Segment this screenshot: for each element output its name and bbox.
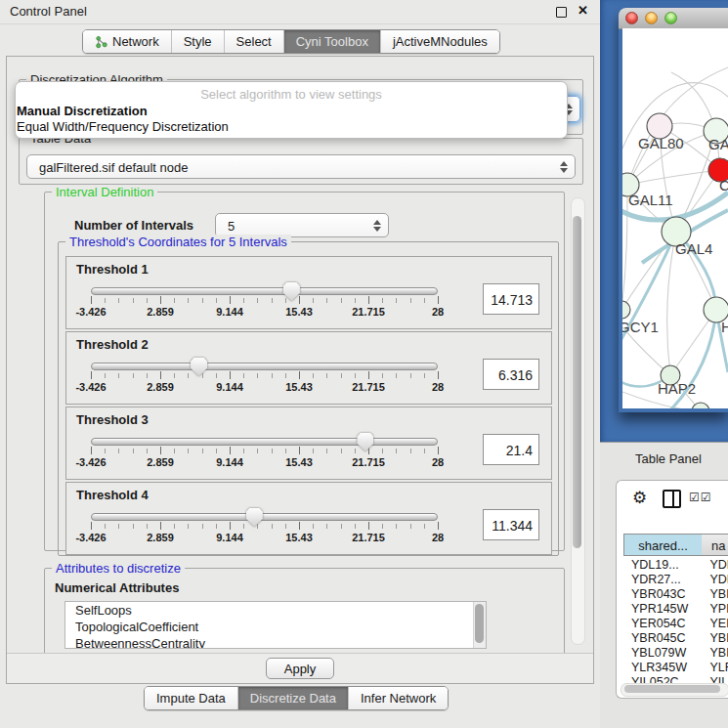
- scrollbar-thumb[interactable]: [624, 685, 720, 693]
- group-title: Attributes to discretize: [52, 561, 185, 576]
- cell-name[interactable]: YLR3: [709, 661, 728, 675]
- cell-shared-name[interactable]: YLR345W: [623, 661, 707, 675]
- node-label: GA: [708, 136, 728, 152]
- table-row[interactable]: YBL079W YBL0: [623, 646, 728, 661]
- tab-label: Impute Data: [156, 691, 226, 706]
- cyni-toolbox-panel: Discretization Algorithm Select algorith…: [6, 56, 594, 684]
- threshold-3-panel: Threshold 3 -3.4262.8599.14415.4321.7152…: [65, 407, 552, 480]
- network-window-titlebar[interactable]: [619, 8, 728, 29]
- threshold-1-value[interactable]: 14.713: [483, 283, 539, 315]
- group-title: Threshold's Coordinates for 5 Intervals: [65, 235, 291, 249]
- table-row[interactable]: YLR345W YLR3: [623, 661, 728, 675]
- float-window-icon[interactable]: [556, 7, 567, 18]
- node-label: GCY1: [622, 319, 659, 335]
- numerical-attributes-list[interactable]: SelfLoopsTopologicalCoefficientBetweenne…: [64, 601, 487, 649]
- apply-button[interactable]: Apply: [266, 658, 334, 679]
- stepper-icon: [372, 220, 381, 232]
- cell-name[interactable]: YBR0: [709, 587, 728, 602]
- list-scrollbar[interactable]: [473, 602, 486, 648]
- cell-shared-name[interactable]: YIL052C: [623, 675, 707, 683]
- tab-style[interactable]: Style: [171, 30, 224, 53]
- tab-label: Network: [112, 34, 159, 49]
- cell-name[interactable]: YDL1: [709, 558, 728, 573]
- threshold-2-slider[interactable]: -3.4262.8599.14415.4321.71528: [91, 359, 438, 398]
- thresholds-group: Threshold's Coordinates for 5 Intervals …: [58, 241, 559, 556]
- table-row[interactable]: YIL052C YIL0: [623, 675, 728, 683]
- network-canvas[interactable]: GAL80GACGAL11GAL4GCY1HHAP2: [622, 28, 728, 408]
- cell-shared-name[interactable]: YBL079W: [623, 646, 707, 661]
- table-panel-titlebar: Table Panel: [600, 443, 728, 475]
- close-traffic-light[interactable]: [625, 12, 638, 24]
- control-panel-titlebar: Control Panel ✕: [0, 0, 600, 24]
- network-icon: [95, 35, 107, 49]
- gear-icon[interactable]: ⚙: [632, 488, 647, 508]
- cell-name[interactable]: YIL0: [709, 675, 728, 683]
- table-row[interactable]: YDR27... YDR2: [623, 573, 728, 587]
- table-row[interactable]: YBR043C YBR0: [623, 587, 728, 602]
- slider-thumb[interactable]: [191, 358, 207, 376]
- tab-network[interactable]: Network: [83, 30, 171, 53]
- threshold-2-panel: Threshold 2 -3.4262.8599.14415.4321.7152…: [65, 331, 552, 405]
- threshold-label: Threshold 3: [76, 412, 149, 427]
- table-header: shared... na: [623, 534, 728, 558]
- tab-jactivemnodules[interactable]: jActiveMNodules: [380, 30, 499, 53]
- column-header-shared-name[interactable]: shared...: [623, 534, 703, 556]
- close-icon[interactable]: ✕: [578, 3, 588, 18]
- tab-discretize-data[interactable]: Discretize Data: [237, 687, 348, 709]
- list-item[interactable]: TopologicalCoefficient: [65, 619, 486, 635]
- cell-shared-name[interactable]: YER054C: [623, 617, 707, 631]
- cell-shared-name[interactable]: YDL19...: [623, 558, 707, 573]
- column-header-name[interactable]: na: [702, 534, 728, 556]
- dropdown-hint: Select algorithm to view settings: [16, 87, 567, 102]
- table-data-select[interactable]: galFiltered.sif default node: [26, 154, 576, 179]
- tab-infer-network[interactable]: Infer Network: [348, 687, 448, 709]
- zoom-traffic-light[interactable]: [664, 12, 677, 24]
- slider-thumb[interactable]: [246, 508, 263, 527]
- slider-thumb[interactable]: [283, 282, 300, 301]
- tab-select[interactable]: Select: [224, 30, 283, 53]
- list-item[interactable]: SelfLoops: [65, 602, 486, 619]
- table-row[interactable]: YDL19... YDL1: [623, 558, 728, 573]
- threshold-1-slider[interactable]: -3.4262.8599.14415.4321.71528: [91, 283, 438, 322]
- checkbox-icons[interactable]: ☑☑: [689, 491, 712, 504]
- cell-name[interactable]: YER0: [709, 617, 728, 631]
- attributes-to-discretize-group: Attributes to discretize Numerical Attri…: [44, 568, 565, 653]
- table-panel-title: Table Panel: [635, 451, 702, 466]
- combo-value: galFiltered.sif default node: [39, 159, 188, 174]
- split-columns-icon[interactable]: [663, 490, 681, 508]
- network-node[interactable]: [622, 301, 630, 319]
- cell-shared-name[interactable]: YDR27...: [623, 573, 707, 587]
- table-row[interactable]: YPR145W YPR1: [623, 602, 728, 617]
- tab-impute-data[interactable]: Impute Data: [145, 687, 237, 709]
- threshold-3-slider[interactable]: -3.4262.8599.14415.4321.71528: [91, 434, 438, 473]
- dropdown-item-equal-width-frequency[interactable]: Equal Width/Frequency Discretization: [17, 119, 229, 134]
- threshold-4-value[interactable]: 11.344: [483, 509, 539, 540]
- node-label: HAP2: [658, 380, 696, 397]
- dropdown-item-manual-discretization[interactable]: Manual Discretization: [17, 104, 148, 118]
- cell-name[interactable]: YBR0: [709, 631, 728, 646]
- group-title: Interval Definition: [52, 186, 157, 199]
- table-row[interactable]: YBR045C YBR0: [623, 631, 728, 646]
- slider-thumb[interactable]: [357, 433, 373, 451]
- slider-tick-labels: -3.4262.8599.14415.4321.71528: [91, 359, 438, 398]
- threshold-4-slider[interactable]: -3.4262.8599.14415.4321.71528: [91, 509, 438, 548]
- minimize-traffic-light[interactable]: [645, 12, 658, 24]
- horizontal-scrollbar[interactable]: [621, 683, 728, 697]
- tab-cyni-toolbox[interactable]: Cyni Toolbox: [283, 30, 380, 53]
- threshold-2-value[interactable]: 6.316: [483, 359, 539, 390]
- bottom-tab-bar: Impute Data Discretize Data Infer Networ…: [144, 686, 449, 710]
- cell-name[interactable]: YBL0: [709, 646, 728, 661]
- list-item[interactable]: BetweennessCentrality: [65, 635, 486, 649]
- cell-name[interactable]: YPR1: [709, 602, 728, 617]
- table-body: YDL19... YDL1 YDR27... YDR2 YBR043C YBR0…: [623, 558, 728, 683]
- network-view-window: GAL80GACGAL11GAL4GCY1HHAP2: [619, 8, 728, 412]
- cell-shared-name[interactable]: YPR145W: [623, 602, 707, 617]
- cell-name[interactable]: YDR2: [709, 573, 728, 587]
- cell-shared-name[interactable]: YBR043C: [623, 587, 707, 602]
- table-row[interactable]: YER054C YER0: [623, 617, 728, 631]
- threshold-3-value[interactable]: 21.4: [483, 434, 539, 465]
- vertical-scrollbar[interactable]: [571, 197, 585, 645]
- scrollbar-thumb[interactable]: [573, 216, 581, 548]
- cell-shared-name[interactable]: YBR045C: [623, 631, 707, 646]
- desktop-background: GAL80GACGAL11GAL4GCY1HHAP2: [600, 0, 728, 442]
